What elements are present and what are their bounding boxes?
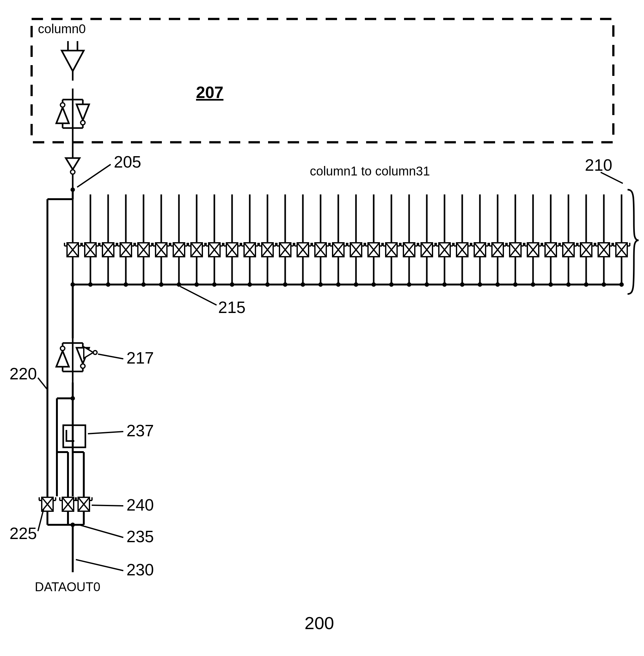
- column-passgate-5: [153, 243, 169, 257]
- group-207-box: [31, 19, 613, 142]
- column-passgate-29: [578, 243, 594, 257]
- column-passgate-15: [330, 243, 346, 257]
- column-passgate-1: [82, 243, 99, 257]
- column-passgate-6: [171, 243, 187, 257]
- ref-235-text: 235: [127, 527, 154, 546]
- latch-217-side-inv: [84, 347, 97, 358]
- column-passgate-28: [560, 243, 577, 257]
- ref-225-leader: [38, 509, 44, 531]
- column-passgate-21: [436, 243, 453, 257]
- column-passgate-13: [295, 243, 311, 257]
- ref-217-leader: [98, 354, 123, 359]
- ref-205-leader: [77, 164, 111, 187]
- ref-240-leader: [92, 505, 123, 506]
- ref-205-text: 205: [114, 153, 141, 171]
- column-passgate-22: [454, 243, 470, 257]
- column-passgate-16: [348, 243, 364, 257]
- column-passgate-24: [489, 243, 506, 257]
- column-passgate-31: [613, 243, 630, 257]
- column0-latch-top: [56, 89, 89, 139]
- ref-230-leader: [76, 560, 123, 571]
- column-passgate-26: [525, 243, 541, 257]
- ref-237-text: 237: [127, 421, 154, 440]
- ref-207-text: 207: [196, 83, 224, 101]
- column-passgate-27: [543, 243, 559, 257]
- ref-235-leader: [79, 525, 123, 537]
- column0-label: column0: [38, 22, 86, 36]
- ref-217-text: 217: [127, 349, 154, 367]
- ref-237-leader: [88, 431, 123, 434]
- column-passgate-18: [383, 243, 399, 257]
- column-passgate-12: [277, 243, 293, 257]
- circuit-diagram: column0 207 205 column1 to column31 215 …: [0, 0, 644, 656]
- columns-brace: [627, 190, 639, 294]
- ref-225-text: 225: [9, 524, 37, 542]
- column-passgate-2: [100, 243, 116, 257]
- column-passgate-20: [419, 243, 435, 257]
- column-passgate-14: [312, 243, 329, 257]
- column-passgate-11: [259, 243, 276, 257]
- dataout-label: DATAOUT0: [35, 580, 100, 594]
- column-array: [65, 190, 630, 287]
- ref-230-text: 230: [127, 561, 154, 579]
- passgate-225: [39, 497, 56, 511]
- passgate-235: [60, 497, 76, 511]
- ref-220-leader: [38, 378, 47, 389]
- ref-215-leader: [180, 286, 216, 305]
- passgate-240: [75, 497, 92, 511]
- column-passgate-10: [242, 243, 258, 257]
- column-passgate-23: [472, 243, 488, 257]
- column-passgate-19: [401, 243, 417, 257]
- column-passgate-25: [507, 243, 524, 257]
- column-passgate-4: [135, 243, 152, 257]
- column-passgate-0: [65, 243, 81, 257]
- column-passgate-8: [206, 243, 223, 257]
- component-237: [63, 425, 85, 447]
- ref-240-text: 240: [127, 496, 154, 514]
- ref-220-text: 220: [9, 365, 37, 383]
- column-passgate-17: [366, 243, 382, 257]
- ref-200-text: 200: [304, 613, 334, 633]
- column-range-label: column1 to column31: [310, 164, 430, 178]
- column0-output-inverter: [66, 158, 80, 174]
- ref-215-text: 215: [218, 298, 246, 317]
- ref-210-text: 210: [585, 156, 613, 174]
- column-passgate-7: [188, 243, 205, 257]
- column0-input-buffer: [62, 41, 84, 80]
- column-passgate-9: [224, 243, 240, 257]
- column-passgate-3: [118, 243, 134, 257]
- column-passgate-30: [596, 243, 612, 257]
